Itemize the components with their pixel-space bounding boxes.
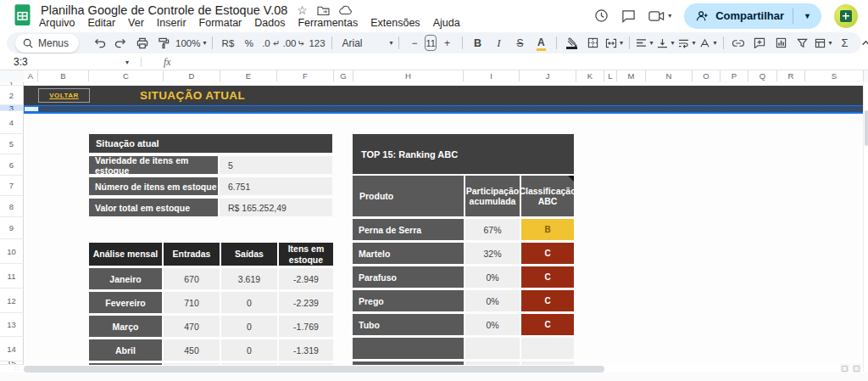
row-header-11[interactable]: 11 — [0, 264, 24, 289]
format-percent-button[interactable]: % — [238, 34, 259, 52]
menu-ferramentas[interactable]: Ferramentas — [298, 17, 358, 29]
italic-button[interactable]: I — [488, 34, 509, 52]
undo-button[interactable] — [89, 34, 110, 52]
menu-ajuda[interactable]: Ajuda — [433, 17, 460, 29]
name-box-caret-icon[interactable]: ▾ — [125, 59, 129, 66]
insert-comment-button[interactable] — [749, 34, 771, 52]
font-select[interactable]: Arial ▾ — [337, 34, 394, 52]
decrease-font-size-button[interactable]: − — [403, 34, 425, 52]
star-icon[interactable]: ☆ — [297, 4, 308, 16]
situacao-value-cell[interactable]: 5 — [220, 156, 332, 174]
menu-ver[interactable]: Ver — [128, 17, 144, 29]
row-header-12[interactable]: 12 — [0, 289, 24, 313]
zoom-select[interactable]: 100% ▾ — [174, 34, 208, 52]
fill-color-button[interactable] — [561, 34, 582, 52]
row-header-13[interactable]: 13 — [0, 313, 24, 337]
menu-dados[interactable]: Dados — [254, 17, 285, 29]
name-box[interactable]: 3:3 — [0, 56, 125, 68]
version-history-icon[interactable] — [594, 8, 609, 23]
print-button[interactable] — [131, 34, 153, 52]
situacao-value-cell[interactable]: 6.751 — [220, 177, 332, 195]
sheet-canvas[interactable]: VOLTAR SITUAÇÃO ATUAL Situação atual Var… — [24, 82, 864, 365]
menu-inserir[interactable]: Inserir — [157, 17, 186, 29]
itens-cell[interactable]: -2.949 — [279, 268, 333, 289]
entradas-cell[interactable]: 710 — [164, 292, 220, 313]
itens-cell[interactable]: -1.319 — [279, 339, 333, 361]
produto-cell[interactable]: Martelo — [353, 243, 464, 264]
menu-extensoes[interactable]: Extensões — [370, 17, 420, 29]
classe-cell[interactable]: C — [521, 314, 574, 335]
cloud-status-icon[interactable] — [339, 5, 353, 15]
horizontal-align-button[interactable]: ▾ — [634, 34, 655, 52]
saidas-cell[interactable]: 3.619 — [221, 268, 277, 289]
classe-cell[interactable]: C — [521, 290, 574, 311]
participacao-cell[interactable] — [465, 361, 520, 365]
select-all-corner[interactable] — [0, 70, 25, 81]
functions-button[interactable]: Σ — [834, 34, 855, 52]
column-header-L[interactable]: L — [604, 70, 617, 81]
participacao-header-cell[interactable]: Participação acumulada — [465, 176, 520, 216]
classe-cell[interactable]: C — [521, 243, 574, 264]
menu-arquivo[interactable]: Arquivo — [39, 17, 75, 29]
scroll-corner-button[interactable] — [840, 364, 849, 373]
column-header-N[interactable]: N — [646, 70, 693, 81]
situacao-table-title[interactable]: Situação atual — [89, 134, 332, 153]
scroll-corner-button[interactable] — [852, 364, 861, 373]
decrease-decimals-button[interactable]: .0 — [259, 34, 281, 52]
ranking-table-title[interactable]: TOP 15: Ranking ABC — [353, 134, 574, 174]
column-header-K[interactable]: K — [576, 70, 604, 81]
row-header-3[interactable]: 3 — [0, 105, 24, 111]
classe-cell[interactable]: C — [521, 266, 574, 288]
column-header-C[interactable]: C — [89, 70, 164, 81]
mensal-header-cell[interactable]: Análise mensal — [89, 243, 162, 266]
produto-cell[interactable]: Parafuso — [353, 266, 464, 288]
menu-editar[interactable]: Editar — [87, 17, 115, 29]
classe-cell[interactable] — [521, 361, 574, 365]
classe-cell[interactable] — [521, 338, 574, 359]
move-folder-icon[interactable] — [317, 5, 330, 15]
produto-cell[interactable]: Tubo — [353, 314, 464, 335]
produto-cell[interactable]: Perna de Serra — [353, 219, 464, 240]
text-rotation-button[interactable]: ▾ — [698, 34, 719, 52]
row-header-4[interactable]: 4 — [0, 111, 24, 134]
produto-cell[interactable] — [353, 361, 464, 365]
itens-cell[interactable] — [279, 363, 333, 365]
selected-row-3[interactable] — [24, 105, 864, 114]
month-cell[interactable]: Janeiro — [89, 268, 162, 289]
vertical-align-button[interactable]: ▾ — [655, 34, 676, 52]
share-button[interactable]: Compartilhar ▼ — [684, 3, 821, 29]
row-header-6[interactable]: 6 — [0, 154, 24, 176]
classe-cell[interactable]: B — [521, 219, 574, 240]
redo-button[interactable] — [110, 34, 131, 52]
insert-link-button[interactable] — [728, 34, 749, 52]
banner-row[interactable]: VOLTAR SITUAÇÃO ATUAL — [24, 86, 864, 105]
document-title[interactable]: Planilha Google de Controle de Estoque V… — [41, 3, 287, 17]
month-cell[interactable]: Março — [89, 316, 162, 337]
produto-cell[interactable]: Prego — [353, 290, 464, 311]
row-header-5[interactable]: 5 — [0, 134, 24, 154]
meet-caret-icon[interactable]: ▾ — [668, 13, 671, 20]
itens-cell[interactable]: -1.769 — [279, 316, 333, 337]
insert-chart-button[interactable] — [771, 34, 792, 52]
mensal-header-cell[interactable]: Entradas — [164, 243, 220, 266]
vertical-scrollbar[interactable] — [863, 82, 868, 372]
toolbar-search-button[interactable]: Menus — [15, 34, 79, 53]
column-header-I[interactable]: I — [464, 70, 520, 81]
mensal-header-cell[interactable]: Itens em estoque — [279, 243, 333, 266]
situacao-label-cell[interactable]: Valor total em estoque — [89, 199, 218, 216]
column-header-Q[interactable]: Q — [748, 70, 777, 81]
situacao-label-cell[interactable]: Variedade de itens em estoque — [89, 156, 218, 174]
formula-input[interactable] — [171, 54, 868, 70]
increase-decimals-button[interactable]: .00 — [281, 34, 306, 52]
participacao-cell[interactable]: 67% — [465, 219, 520, 240]
column-header-O[interactable]: O — [693, 70, 721, 81]
horizontal-scrollbar[interactable] — [24, 366, 604, 373]
produto-header-cell[interactable]: Produto — [353, 176, 464, 216]
row-header-15[interactable]: 15 — [0, 361, 24, 365]
column-header-H[interactable]: H — [353, 70, 464, 81]
situacao-value-cell[interactable]: R$ 165.252,49 — [220, 199, 332, 216]
month-cell[interactable]: Fevereiro — [89, 292, 162, 313]
month-cell[interactable]: Maio — [89, 363, 162, 365]
saidas-cell[interactable] — [221, 363, 277, 365]
situacao-label-cell[interactable]: Número de itens em estoque — [89, 177, 218, 195]
